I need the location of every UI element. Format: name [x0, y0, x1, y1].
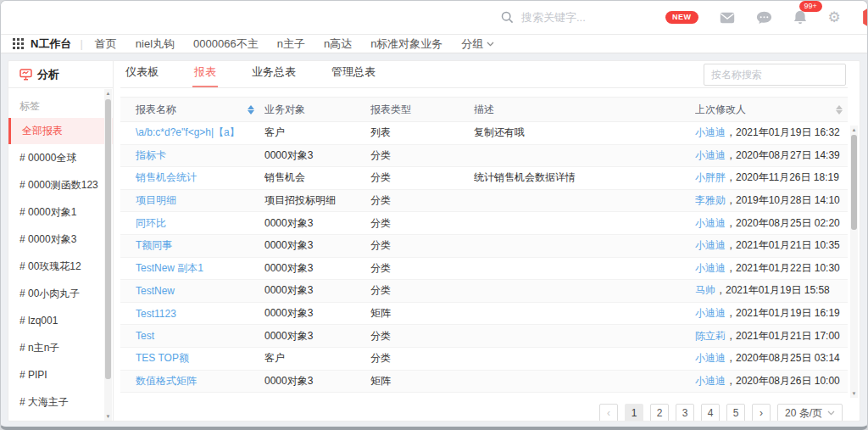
editor-link[interactable]: 小迪迪: [695, 149, 726, 161]
tab-business-summary[interactable]: 业务总表: [250, 60, 298, 87]
sidebar-tag-item[interactable]: # PIPI: [8, 361, 113, 388]
report-name-link[interactable]: \a/b:c*d?e"f<g>h|【a】: [136, 126, 240, 138]
table-search-input[interactable]: [711, 69, 843, 81]
report-name-link[interactable]: 数值格式矩阵: [136, 375, 197, 387]
modified-time: ，2020年08月25日 02:20: [726, 217, 840, 229]
report-name-link[interactable]: T额同事: [136, 239, 172, 251]
editor-link[interactable]: 小迪迪: [695, 126, 726, 138]
nav-item[interactable]: n标准对象业务: [370, 36, 442, 52]
editor-link[interactable]: 马帅: [695, 284, 715, 296]
column-last-modified[interactable]: 上次修改人: [695, 103, 848, 117]
editor-link[interactable]: 李雅勋: [695, 194, 726, 206]
report-name-link[interactable]: 销售机会统计: [136, 171, 197, 183]
nav-item[interactable]: n高达: [324, 36, 352, 52]
sort-icon[interactable]: [836, 105, 843, 114]
column-label: 报表类型: [370, 103, 411, 117]
sidebar-tag-item[interactable]: # lzq001: [8, 307, 113, 334]
table-scrollbar-thumb[interactable]: [851, 135, 857, 230]
tab-reports[interactable]: 报表: [192, 60, 218, 87]
page-button-4[interactable]: 4: [701, 404, 720, 422]
modified-time: ，2021年01月21日 10:35: [726, 239, 840, 251]
tag-list: # 00000全球# 0000测函数123# 0000对象1# 0000对象3#…: [8, 144, 113, 421]
column-report-name[interactable]: 报表名称: [120, 103, 264, 117]
sidebar-tag-item[interactable]: # 0000对象3: [8, 226, 113, 253]
sidebar-scrollbar: ▲ ▼: [104, 89, 112, 421]
page-button-2[interactable]: 2: [650, 404, 669, 422]
chat-icon[interactable]: [756, 11, 772, 25]
next-page-button[interactable]: ›: [752, 404, 771, 422]
nav-item[interactable]: niel丸钩: [136, 36, 175, 52]
editor-link[interactable]: 小迪迪: [695, 217, 726, 229]
scroll-down-icon[interactable]: ▼: [104, 412, 112, 421]
report-name-link[interactable]: TestNew 副本1: [136, 262, 203, 274]
tabs: 仪表板报表业务总表管理总表: [124, 60, 377, 87]
tab-dashboards[interactable]: 仪表板: [124, 60, 160, 87]
gear-icon[interactable]: ⚙: [828, 10, 841, 25]
cell-business-object: 0000对象3: [264, 216, 370, 231]
page-size-value: 20 条/页: [785, 406, 822, 421]
column-description[interactable]: 描述: [474, 103, 695, 117]
column-report-type[interactable]: 报表类型: [370, 103, 474, 117]
sidebar-item-all-reports[interactable]: 全部报表: [8, 118, 113, 144]
scroll-up-icon[interactable]: ▲: [850, 126, 858, 134]
prev-page-button[interactable]: ‹: [599, 404, 618, 422]
nav-items: 首页niel丸钩0000066不主n主子n高达n标准对象业务: [95, 36, 443, 52]
cell-business-object: 0000对象3: [264, 374, 370, 388]
sidebar-tag-item[interactable]: # 订单: [8, 416, 113, 421]
workspace-nav: N工作台 | 首页niel丸钩0000066不主n主子n高达n标准对象业务 分组: [1, 35, 867, 53]
nav-item[interactable]: 首页: [95, 36, 117, 52]
sidebar-tag-item[interactable]: # 00小肉丸子: [8, 280, 113, 307]
cell-business-object: 0000对象3: [264, 148, 370, 163]
page-button-3[interactable]: 3: [676, 404, 694, 422]
mail-icon[interactable]: [720, 12, 735, 24]
cell-report-name: T额同事: [120, 238, 264, 253]
report-name-link[interactable]: Test1123: [136, 308, 176, 320]
sidebar-tag-item[interactable]: # 0000测函数123: [8, 171, 113, 198]
new-badge[interactable]: NEW: [665, 11, 698, 24]
editor-link[interactable]: 小迪迪: [695, 262, 726, 274]
nav-item[interactable]: 0000066不主: [193, 36, 259, 52]
tab-management-summary[interactable]: 管理总表: [330, 60, 377, 87]
column-business-object[interactable]: 业务对象: [264, 103, 370, 117]
scroll-up-icon[interactable]: ▲: [104, 89, 112, 98]
sidebar-scrollbar-thumb[interactable]: [105, 99, 111, 379]
editor-link[interactable]: 小迪迪: [695, 375, 726, 387]
report-name-link[interactable]: 项目明细: [136, 194, 176, 206]
table-row: TestNew0000对象3分类马帅，2021年01月19日 15:58: [120, 280, 848, 303]
sidebar-tag-item[interactable]: # 00玫瑰花12: [8, 253, 113, 280]
editor-link[interactable]: 小迪迪: [695, 352, 726, 364]
cell-last-modified: 马帅，2021年01月19日 15:58: [695, 283, 848, 298]
page-button-1[interactable]: 1: [625, 404, 643, 422]
cell-business-object: 销售机会: [264, 170, 370, 185]
report-name-link[interactable]: TestNew: [136, 285, 175, 297]
editor-link[interactable]: 小胖胖: [695, 171, 726, 183]
global-search-input[interactable]: [521, 11, 665, 24]
report-name-link[interactable]: 指标卡: [136, 149, 166, 161]
chevron-down-icon: [487, 42, 494, 47]
cell-last-modified: 小迪迪，2020年08月25日 02:20: [695, 216, 848, 231]
cell-business-object: 0000对象3: [264, 306, 370, 321]
nav-item[interactable]: n主子: [277, 36, 305, 52]
editor-link[interactable]: 小迪迪: [695, 239, 726, 251]
report-name-link[interactable]: 同环比: [136, 217, 166, 229]
report-name-link[interactable]: Test: [136, 330, 154, 342]
sidebar-tag-item[interactable]: # n主n子: [8, 334, 113, 361]
sidebar-tag-item[interactable]: # 大海主子: [8, 388, 113, 416]
bell-icon[interactable]: 99+: [793, 10, 807, 25]
report-name-link[interactable]: TES TOP额: [136, 352, 189, 364]
editor-link[interactable]: 陈立莉: [695, 330, 726, 342]
sidebar-tag-item[interactable]: # 0000对象1: [8, 198, 113, 226]
modified-time: ，2020年11月26日 18:19: [726, 171, 839, 183]
cell-report-name: TestNew 副本1: [120, 261, 264, 276]
avatar[interactable]: 龙: [862, 5, 868, 31]
apps-grid-icon[interactable]: [13, 38, 24, 49]
page-button-5[interactable]: 5: [726, 404, 745, 422]
sort-icon[interactable]: [248, 105, 254, 114]
workspace-title[interactable]: N工作台: [31, 36, 71, 52]
scroll-down-icon[interactable]: ▼: [850, 389, 858, 398]
sidebar-tag-item[interactable]: # 00000全球: [8, 144, 113, 171]
nav-group-dropdown[interactable]: 分组: [461, 36, 494, 52]
editor-link[interactable]: 小迪迪: [695, 307, 726, 319]
cell-report-type: 分类: [370, 216, 474, 231]
page-size-select[interactable]: 20 条/页: [777, 404, 843, 422]
